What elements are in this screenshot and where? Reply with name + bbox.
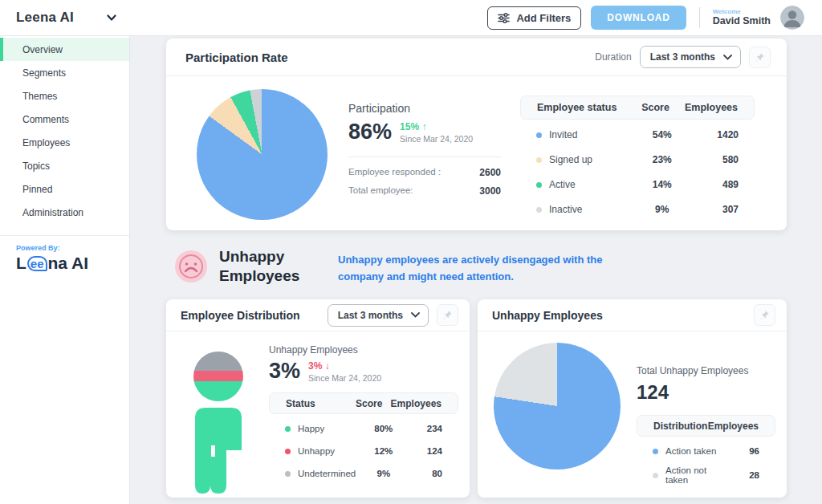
row-label: Happy (298, 424, 324, 433)
row-label: Invited (549, 129, 577, 140)
avatar-photo-icon (780, 6, 804, 30)
col-employee-status: Employee status (521, 102, 626, 113)
distribution-stat-label: Unhappy Employees (269, 344, 458, 356)
stats-divider (348, 156, 501, 157)
distribution-table: Distribution Employees Action taken 96 A… (637, 415, 775, 482)
status-dot (536, 132, 542, 138)
filters-sliders-icon (498, 13, 510, 23)
status-dot (285, 471, 291, 477)
row-count: 96 (722, 446, 775, 456)
row-score: 23% (631, 154, 693, 165)
total-unhappy-value: 124 (637, 381, 775, 404)
row-score: 54% (631, 129, 693, 140)
row-label: Inactive (549, 204, 582, 215)
status-dot (285, 449, 291, 454)
sidebar-footer: Powered By: Leena AI (0, 235, 129, 273)
participation-since: Since Mar 24, 2020 (400, 134, 473, 144)
sidebar-item-label: Overview (22, 44, 63, 55)
pin-button[interactable] (437, 304, 458, 326)
table-row: Unhappy 12% 124 (269, 443, 458, 459)
sidebar-item-segments[interactable]: Segments (0, 61, 129, 84)
sidebar-item-pinned[interactable]: Pinned (0, 177, 129, 201)
welcome-block: Welcome David Smith (713, 8, 771, 27)
distribution-delta: 3% ↓ (308, 360, 381, 372)
status-dot (285, 426, 291, 432)
row-score: 9% (359, 469, 409, 478)
status-dot (536, 182, 542, 188)
pin-button[interactable] (749, 47, 771, 68)
leena-ai-logo: Leena AI (16, 254, 129, 273)
sidebar-item-topics[interactable]: Topics (0, 154, 129, 177)
section-title-line1: Unhappy (219, 247, 315, 266)
participation-label: Participation (348, 102, 501, 115)
sidebar-item-label: Themes (22, 91, 57, 102)
total-employee-label: Total employee: (348, 185, 413, 197)
user-avatar[interactable] (780, 6, 804, 30)
sidebar: Overview Segments Themes Comments Employ… (0, 36, 130, 504)
participation-value: 86% (348, 121, 392, 143)
col-score: Score (348, 398, 391, 409)
sidebar-item-comments[interactable]: Comments (0, 108, 129, 131)
select-chevron-icon (411, 312, 420, 318)
row-count: 580 (693, 154, 755, 165)
powered-by-label: Powered By: (16, 244, 129, 252)
row-score: 80% (359, 424, 409, 433)
col-status: Status (270, 398, 348, 409)
duration-label: Duration (595, 51, 631, 63)
table-row: Inactive 9% 307 (520, 200, 755, 219)
sidebar-item-label: Pinned (22, 184, 52, 195)
sidebar-item-overview[interactable]: Overview (0, 38, 129, 61)
table-row: Invited 54% 1420 (520, 125, 755, 144)
distribution-duration-select[interactable]: Last 3 months (328, 304, 429, 327)
pin-button[interactable] (754, 304, 775, 326)
table-header: Status Score Employees (269, 392, 458, 414)
participation-delta: 15% ↑ (400, 121, 473, 132)
table-row: Undetermined 9% 80 (269, 465, 458, 482)
row-count: 28 (722, 470, 775, 480)
status-dot (653, 473, 658, 478)
sidebar-item-administration[interactable]: Administration (0, 201, 129, 224)
chevron-down-icon[interactable] (106, 12, 117, 23)
status-dot (536, 157, 542, 163)
unhappy-card-title: Unhappy Employees (492, 309, 603, 322)
row-count: 307 (693, 204, 755, 215)
col-employees: Employees (685, 102, 754, 113)
responded-label: Employee responded : (348, 167, 441, 178)
logo-suffix: na AI (48, 254, 89, 273)
sidebar-item-label: Topics (22, 161, 50, 172)
sidebar-item-employees[interactable]: Employees (0, 131, 129, 154)
employee-distribution-card: Employee Distribution Last 3 months Unha (166, 299, 470, 498)
sidebar-item-label: Segments (22, 67, 66, 79)
status-dot (536, 207, 542, 213)
brand-wrap[interactable]: Leena AI (0, 10, 130, 26)
pin-icon (755, 52, 765, 63)
status-table: Status Score Employees Happy 80% 234 Unh… (269, 392, 458, 482)
add-filters-label: Add Filters (516, 12, 571, 24)
participation-card-title: Participation Rate (185, 51, 288, 64)
unhappy-employees-card: Unhappy Employees Total Unhappy Employee… (478, 299, 787, 498)
participation-pie-chart (197, 89, 328, 220)
header-divider (699, 7, 700, 28)
row-label: Action not taken (665, 465, 722, 485)
table-row: Action taken 96 (637, 443, 775, 459)
col-employees: Employees (391, 398, 458, 409)
pin-icon (442, 310, 453, 320)
add-filters-button[interactable]: Add Filters (487, 6, 581, 30)
employee-status-table: Employee status Score Employees Invited … (520, 89, 755, 219)
duration-select[interactable]: Last 3 months (640, 46, 741, 68)
sidebar-item-label: Comments (22, 114, 69, 125)
download-button[interactable]: DOWNLOAD (591, 6, 686, 30)
sidebar-item-label: Administration (22, 207, 83, 218)
unhappy-section-header: Unhappy Employees Unhappy employees are … (174, 247, 643, 286)
distribution-duration-value: Last 3 months (338, 310, 403, 321)
sidebar-item-themes[interactable]: Themes (0, 84, 129, 108)
col-score: Score (626, 102, 685, 113)
sad-face-icon (174, 250, 208, 283)
table-row: Signed up 23% 580 (520, 150, 755, 169)
select-chevron-icon (723, 55, 732, 60)
total-unhappy-label: Total Unhappy Employees (637, 365, 775, 376)
top-bar: Leena AI Add Filters DOWNLOAD Welcome Da… (0, 0, 822, 36)
brand-title: Leena AI (16, 10, 74, 26)
section-description: Unhappy employees are actively disengage… (338, 252, 643, 286)
row-score: 12% (359, 446, 409, 456)
